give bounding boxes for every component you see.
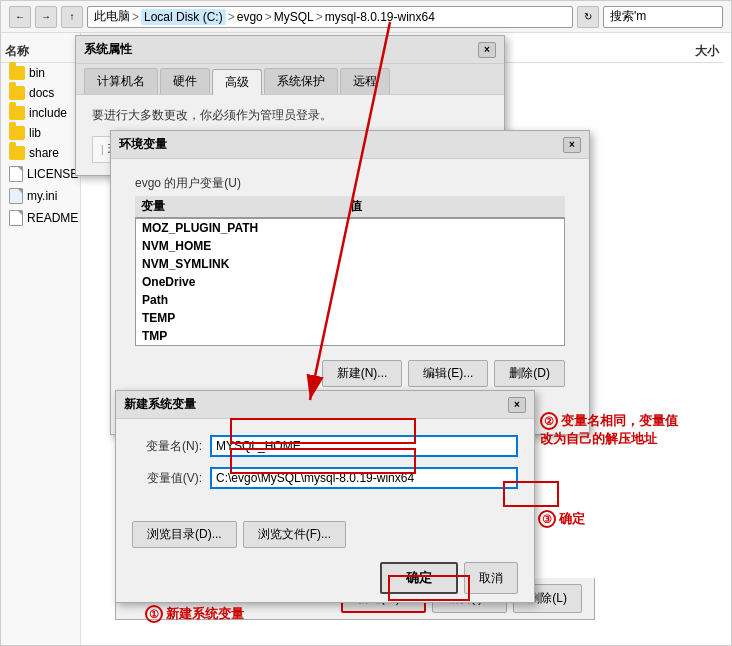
env-table-header: 变量 值	[135, 196, 565, 218]
file-icon	[9, 166, 23, 182]
newvar-ok-button[interactable]: 确定	[380, 562, 458, 594]
forward-button[interactable]: →	[35, 6, 57, 28]
var-name-row: 变量名(N):	[132, 435, 518, 457]
tab-computername[interactable]: 计算机名	[84, 68, 158, 94]
tab-sysprotect[interactable]: 系统保护	[264, 68, 338, 94]
var-name-input[interactable]	[210, 435, 518, 457]
sidebar-item-docs[interactable]: docs	[1, 83, 80, 103]
env-row-path[interactable]: Path	[136, 291, 564, 309]
address-bar[interactable]: 此电脑 > Local Disk (C:) > evgo > MySQL > m…	[87, 6, 573, 28]
env-row-mozplugin[interactable]: MOZ_PLUGIN_PATH	[136, 219, 564, 237]
sidebar-item-share[interactable]: share	[1, 143, 80, 163]
browse-dir-button[interactable]: 浏览目录(D)...	[132, 521, 237, 548]
sysprops-tabs: 计算机名 硬件 高级 系统保护 远程	[76, 64, 504, 95]
sysprops-title-buttons: ×	[478, 42, 496, 58]
user-vars-buttons: 新建(N)... 编辑(E)... 删除(D)	[123, 354, 577, 393]
newvar-title-text: 新建系统变量	[124, 396, 196, 413]
user-delete-button[interactable]: 删除(D)	[494, 360, 565, 387]
admin-notice: 要进行大多数更改，你必须作为管理员登录。	[92, 107, 488, 124]
sidebar-item-include[interactable]: include	[1, 103, 80, 123]
folder-icon	[9, 86, 25, 100]
file-icon	[9, 188, 23, 204]
sysprops-close-button[interactable]: ×	[478, 42, 496, 58]
breadcrumb-localdisk: Local Disk (C:)	[141, 9, 226, 25]
user-new-button[interactable]: 新建(N)...	[322, 360, 403, 387]
newvar-browse-row: 浏览目录(D)... 浏览文件(F)...	[116, 515, 534, 554]
explorer-toolbar: ← → ↑ 此电脑 > Local Disk (C:) > evgo > MyS…	[1, 1, 731, 33]
env-row-onedrive[interactable]: OneDrive	[136, 273, 564, 291]
newvar-close-button[interactable]: ×	[508, 397, 526, 413]
sidebar-item-lib[interactable]: lib	[1, 123, 80, 143]
user-vars-section: evgo 的用户变量(U) 变量 值 MOZ_PLUGIN_PATH NVM_H…	[135, 175, 565, 346]
envvars-title-text: 环境变量	[119, 136, 167, 153]
var-val-label: 变量值(V):	[132, 470, 202, 487]
tab-hardware[interactable]: 硬件	[160, 68, 210, 94]
up-button[interactable]: ↑	[61, 6, 83, 28]
user-edit-button[interactable]: 编辑(E)...	[408, 360, 488, 387]
folder-icon	[9, 106, 25, 120]
user-vars-table[interactable]: MOZ_PLUGIN_PATH NVM_HOME NVM_SYMLINK One…	[135, 218, 565, 346]
envvars-close-button[interactable]: ×	[563, 137, 581, 153]
sysprops-title-text: 系统属性	[84, 41, 132, 58]
envvars-title-buttons: ×	[563, 137, 581, 153]
env-row-tmp[interactable]: TMP	[136, 327, 564, 345]
newvar-title-bar[interactable]: 新建系统变量 ×	[116, 391, 534, 419]
newvar-dialog: 新建系统变量 × 变量名(N): 变量值(V): 浏览目录(D)... 浏览文件…	[115, 390, 535, 603]
newvar-form: 变量名(N): 变量值(V):	[116, 419, 534, 515]
newvar-title-buttons: ×	[508, 397, 526, 413]
user-vars-title: evgo 的用户变量(U)	[135, 175, 565, 192]
refresh-button[interactable]: ↻	[577, 6, 599, 28]
sysprops-title-bar[interactable]: 系统属性 ×	[76, 36, 504, 64]
file-sidebar: 名称 bin docs include lib share	[1, 33, 81, 645]
var-name-label: 变量名(N):	[132, 438, 202, 455]
back-button[interactable]: ←	[9, 6, 31, 28]
env-row-nvmsymlink[interactable]: NVM_SYMLINK	[136, 255, 564, 273]
browse-file-button[interactable]: 浏览文件(F)...	[243, 521, 346, 548]
search-input[interactable]	[603, 6, 723, 28]
var-val-input[interactable]	[210, 467, 518, 489]
env-row-nvmhome[interactable]: NVM_HOME	[136, 237, 564, 255]
envvars-title-bar[interactable]: 环境变量 ×	[111, 131, 589, 159]
tab-advanced[interactable]: 高级	[212, 69, 262, 95]
file-icon	[9, 210, 23, 226]
newvar-cancel-button[interactable]: 取消	[464, 562, 518, 594]
folder-icon	[9, 126, 25, 140]
var-val-row: 变量值(V):	[132, 467, 518, 489]
newvar-action-row: 确定 取消	[116, 554, 534, 602]
folder-icon	[9, 146, 25, 160]
tab-remote[interactable]: 远程	[340, 68, 390, 94]
breadcrumb-pc: 此电脑	[94, 8, 130, 25]
folder-icon	[9, 66, 25, 80]
sidebar-item-bin[interactable]: bin	[1, 63, 80, 83]
column-header: 名称	[1, 41, 80, 63]
sidebar-item-readme[interactable]: README	[1, 207, 80, 229]
sidebar-item-myini[interactable]: my.ini	[1, 185, 80, 207]
env-row-temp[interactable]: TEMP	[136, 309, 564, 327]
sidebar-item-license[interactable]: LICENSE	[1, 163, 80, 185]
